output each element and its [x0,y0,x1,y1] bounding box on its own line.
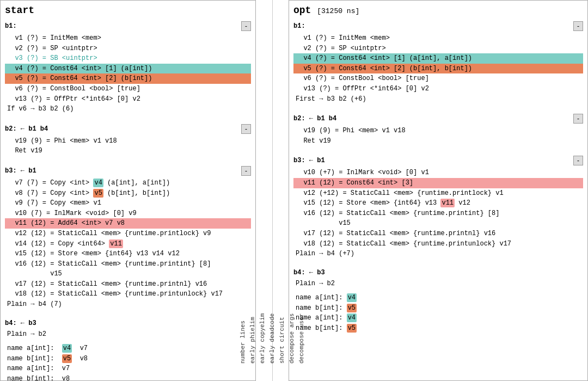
code-line: Plain → b4 (7) [5,299,251,310]
label-early-phielim: early phielim [248,16,257,365]
start-title: start [5,5,251,16]
code-line-first: First → b3 b2 (+6) [293,94,583,105]
name-b-int-2-start: name b[int]: v8 [5,374,251,381]
b3-label-opt: b3: ← b1 [293,157,325,164]
code-line: v2 (?) = SP <uintptr> [293,44,583,54]
code-line: v9 (7) = Copy <mem> v1 [5,198,251,208]
code-line-v5-opt: v5 (?) = Const64 <int> [2] (b[int], b[in… [293,64,583,74]
name-a-int-1-opt: name a[int]: v4 [293,293,583,303]
b2-label-start: b2: ← b1 b4 [5,125,48,133]
b3-header-start: b3: ← b1 - [5,166,251,176]
b4-label-opt: b4: ← b3 [293,269,325,276]
code-line: v18 (12) = StaticCall <mem> {runtime.pri… [293,239,583,249]
code-line: v10 (7) = InlMark <void> [0] v9 [5,208,251,219]
opt-title: opt [31250 ns] [293,5,583,16]
start-panel: start b1: - v1 (?) = InitMem <mem> v2 (?… [0,0,256,381]
code-line: v19 (9) = Phi <mem> v1 v18 [293,126,583,136]
b4-header-opt: b4: ← b3 [293,269,583,276]
b1-label-opt: b1: [293,22,305,30]
code-line: v15 (12) = Store <mem> {int64} v13 v11 v… [293,198,583,208]
code-line: v6 (?) = ConstBool <bool> [true] [293,73,583,84]
b2-label-opt: b2: ← b1 b4 [293,115,336,122]
middle-labels: number lines early phielim early copyeli… [256,16,289,365]
name-b-int-1-start: name b[int]: v5 v8 [5,354,251,364]
label-early-deadcode: early deadcode [268,16,277,365]
code-line: v3 (?) = SB <uintptr> [5,53,251,64]
code-line: v12 (12) = StaticCall <mem> {runtime.pri… [5,229,251,239]
b3-label-start: b3: ← b1 [5,167,36,175]
code-line: v15 [293,218,583,229]
name-b-int-1-opt: name b[int]: v5 [293,303,583,314]
code-line: v19 (9) = Phi <mem> v1 v18 [5,136,251,146]
code-line-v4-start: v4 (?) = Const64 <int> [1] (a[int]) [5,64,251,74]
code-line: v12 (+12) = StaticCall <mem> {runtime.pr… [293,188,583,199]
b1-label-start: b1: [5,22,17,30]
b3-header-opt: b3: ← b1 - [293,156,583,165]
b2-header-opt: b2: ← b1 b4 - [293,114,583,124]
middle-panel: number lines early phielim early copyeli… [256,0,289,381]
code-line: v16 (12) = StaticCall <mem> {runtime.pri… [5,259,251,269]
code-line: v10 (+7) = InlMark <void> [0] v1 [293,168,583,178]
code-line: v6 (?) = ConstBool <bool> [true] [5,84,251,94]
name-a-int-1-start: name a[int]: v4 v7 [5,343,251,354]
code-line: v13 (?) = OffPtr <*int64> [0] v2 [5,94,251,105]
code-line-v11-opt: v11 (12) = Const64 <int> [3] [293,178,583,188]
code-line: v8 (7) = Copy <int> v5 (b[int], b[int]) [5,188,251,199]
code-line: v18 (12) = StaticCall <mem> {runtime.pri… [5,289,251,299]
opt-panel: opt [31250 ns] b1: - v1 (?) = InitMem <m… [289,0,588,381]
code-line: Plain → b2 [5,329,251,340]
code-line: v13 (?) = OffPtr <*int64> [0] v2 [293,84,583,94]
code-line: v15 (12) = Store <mem> {int64} v13 v14 v… [5,249,251,259]
code-line: v16 (12) = StaticCall <mem> {runtime.pri… [293,208,583,219]
code-line: v7 (7) = Copy <int> v4 (a[int], a[int]) [5,178,251,188]
code-line: v17 (12) = StaticCall <mem> {runtime.pri… [5,279,251,290]
code-line: v1 (?) = InitMem <mem> [5,33,251,44]
label-early-copyelim: early copyelim [258,16,267,365]
code-line: Plain → b4 (+7) [293,249,583,259]
label-number-lines: number lines [238,16,247,365]
code-line: Plain → b2 [293,279,583,289]
code-line-v11-start: v11 (12) = Add64 <int> v7 v8 [5,218,251,229]
b1-header-start: b1: - [5,21,251,31]
code-line: v2 (?) = SP <uintptr> [5,44,251,54]
code-line: v17 (12) = StaticCall <mem> {runtime.pri… [293,229,583,239]
b2-header-start: b2: ← b1 b4 - [5,124,251,134]
b3-collapse-opt[interactable]: - [573,156,583,165]
b1-collapse-opt[interactable]: - [573,21,583,31]
code-line: Ret v19 [293,136,583,146]
b2-collapse-opt[interactable]: - [573,114,583,124]
code-line: v14 (12) = Copy <int64> v11 [5,239,251,249]
code-line: Ret v19 [5,146,251,156]
code-line-v4-opt: v4 (?) = Const64 <int> [1] (a[int], a[in… [293,53,583,64]
name-a-int-2-start: name a[int]: v7 [5,364,251,374]
b4-label-start: b4: ← b3 [5,319,36,327]
b1-header-opt: b1: - [293,21,583,31]
code-line-if: If v6 → b3 b2 (6) [5,104,251,114]
name-b-int-2-opt: name b[int]: v5 [293,323,583,334]
code-line-v5-start: v5 (?) = Const64 <int> [2] (b[int]) [5,73,251,84]
b4-header-start: b4: ← b3 [5,319,251,327]
opt-timing: [31250 ns] [317,7,359,15]
code-line: v15 [5,269,251,279]
name-a-int-2-opt: name a[int]: v4 [293,313,583,323]
label-short-circuit: short circuit [278,16,286,365]
code-line: v1 (?) = InitMem <mem> [293,33,583,44]
